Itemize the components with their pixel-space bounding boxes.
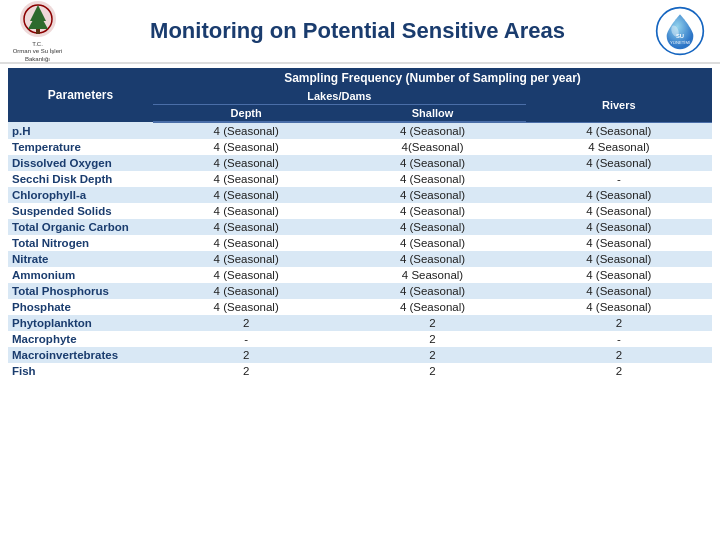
svg-rect-4: [36, 29, 40, 34]
depth-cell: 4 (Seasonal): [153, 139, 339, 155]
rivers-cell: 4 (Seasonal): [526, 283, 712, 299]
shallow-cell: 4 (Seasonal): [339, 235, 525, 251]
shallow-cell: 4 (Seasonal): [339, 155, 525, 171]
param-cell: Chlorophyll-a: [8, 187, 153, 203]
rivers-header: Rivers: [526, 88, 712, 122]
table-row: Secchi Disk Depth4 (Seasonal)4 (Seasonal…: [8, 171, 712, 187]
rivers-cell: 2: [526, 363, 712, 379]
shallow-cell: 4 (Seasonal): [339, 122, 525, 139]
depth-cell: 2: [153, 347, 339, 363]
table-row: Nitrate4 (Seasonal)4 (Seasonal)4 (Season…: [8, 251, 712, 267]
left-logo: T.C. Orman ve Su İşleri Bakanlığı: [10, 6, 65, 56]
rivers-cell: 4 (Seasonal): [526, 235, 712, 251]
rivers-cell: 2: [526, 347, 712, 363]
depth-cell: 4 (Seasonal): [153, 251, 339, 267]
shallow-cell: 2: [339, 347, 525, 363]
table-row: Macroinvertebrates222: [8, 347, 712, 363]
rivers-cell: 4 Seasonal): [526, 139, 712, 155]
sampling-frequency-header: Sampling Frequency (Number of Sampling p…: [153, 68, 712, 88]
depth-cell: 2: [153, 363, 339, 379]
table-row: Macrophyte-2-: [8, 331, 712, 347]
depth-cell: 4 (Seasonal): [153, 299, 339, 315]
depth-cell: -: [153, 331, 339, 347]
table-row: p.H4 (Seasonal)4 (Seasonal)4 (Seasonal): [8, 122, 712, 139]
rivers-cell: -: [526, 331, 712, 347]
table-row: Total Phosphorus4 (Seasonal)4 (Seasonal)…: [8, 283, 712, 299]
table-row: Phosphate4 (Seasonal)4 (Seasonal)4 (Seas…: [8, 299, 712, 315]
param-cell: Total Organic Carbon: [8, 219, 153, 235]
svg-text:SU: SU: [676, 33, 684, 39]
rivers-cell: 4 (Seasonal): [526, 219, 712, 235]
param-cell: Dissolved Oxygen: [8, 155, 153, 171]
rivers-cell: 4 (Seasonal): [526, 299, 712, 315]
shallow-cell: 4(Seasonal): [339, 139, 525, 155]
parameters-header: Parameters: [8, 68, 153, 122]
shallow-cell: 4 (Seasonal): [339, 299, 525, 315]
table-body: p.H4 (Seasonal)4 (Seasonal)4 (Seasonal)T…: [8, 122, 712, 379]
shallow-cell: 4 (Seasonal): [339, 203, 525, 219]
right-logo: SU YÖNETİMİ: [650, 6, 710, 56]
param-cell: Secchi Disk Depth: [8, 171, 153, 187]
param-cell: Temperature: [8, 139, 153, 155]
shallow-cell: 4 (Seasonal): [339, 283, 525, 299]
param-cell: Macroinvertebrates: [8, 347, 153, 363]
param-cell: Ammonium: [8, 267, 153, 283]
depth-cell: 4 (Seasonal): [153, 122, 339, 139]
depth-cell: 4 (Seasonal): [153, 235, 339, 251]
depth-cell: 4 (Seasonal): [153, 203, 339, 219]
shallow-cell: 2: [339, 331, 525, 347]
depth-cell: 4 (Seasonal): [153, 267, 339, 283]
param-cell: Macrophyte: [8, 331, 153, 347]
param-cell: Total Nitrogen: [8, 235, 153, 251]
depth-cell: 4 (Seasonal): [153, 155, 339, 171]
shallow-cell: 4 (Seasonal): [339, 251, 525, 267]
rivers-cell: -: [526, 171, 712, 187]
table-row: Total Nitrogen4 (Seasonal)4 (Seasonal)4 …: [8, 235, 712, 251]
depth-cell: 4 (Seasonal): [153, 283, 339, 299]
table-row: Phytoplankton222: [8, 315, 712, 331]
depth-cell: 2: [153, 315, 339, 331]
rivers-cell: 2: [526, 315, 712, 331]
depth-cell: 4 (Seasonal): [153, 171, 339, 187]
svg-text:YÖNETİMİ: YÖNETİMİ: [670, 40, 690, 45]
param-cell: p.H: [8, 122, 153, 139]
shallow-cell: 2: [339, 315, 525, 331]
rivers-cell: 4 (Seasonal): [526, 251, 712, 267]
param-cell: Nitrate: [8, 251, 153, 267]
depth-cell: 4 (Seasonal): [153, 187, 339, 203]
shallow-cell: 4 (Seasonal): [339, 219, 525, 235]
table-row: Chlorophyll-a4 (Seasonal)4 (Seasonal)4 (…: [8, 187, 712, 203]
shallow-cell: 2: [339, 363, 525, 379]
depth-cell: 4 (Seasonal): [153, 219, 339, 235]
rivers-cell: 4 (Seasonal): [526, 155, 712, 171]
param-cell: Total Phosphorus: [8, 283, 153, 299]
table-row: Dissolved Oxygen4 (Seasonal)4 (Seasonal)…: [8, 155, 712, 171]
depth-header: Depth: [153, 105, 339, 123]
page-title: Monitoring on Potential Sensitive Areas: [65, 18, 650, 44]
page-header: T.C. Orman ve Su İşleri Bakanlığı Monito…: [0, 0, 720, 64]
shallow-cell: 4 (Seasonal): [339, 171, 525, 187]
lakes-dams-header: Lakes/Dams: [153, 88, 526, 105]
table-row: Suspended Solids4 (Seasonal)4 (Seasonal)…: [8, 203, 712, 219]
rivers-cell: 4 (Seasonal): [526, 187, 712, 203]
table-row: Fish222: [8, 363, 712, 379]
rivers-cell: 4 (Seasonal): [526, 267, 712, 283]
table-header-row-1: Parameters Sampling Frequency (Number of…: [8, 68, 712, 88]
param-cell: Fish: [8, 363, 153, 379]
left-logo-text: T.C. Orman ve Su İşleri Bakanlığı: [13, 41, 63, 63]
data-table-container: Parameters Sampling Frequency (Number of…: [0, 64, 720, 383]
param-cell: Phosphate: [8, 299, 153, 315]
monitoring-table: Parameters Sampling Frequency (Number of…: [8, 68, 712, 379]
rivers-cell: 4 (Seasonal): [526, 122, 712, 139]
param-cell: Suspended Solids: [8, 203, 153, 219]
table-row: Temperature4 (Seasonal)4(Seasonal)4 Seas…: [8, 139, 712, 155]
param-cell: Phytoplankton: [8, 315, 153, 331]
table-row: Total Organic Carbon4 (Seasonal)4 (Seaso…: [8, 219, 712, 235]
shallow-header: Shallow: [339, 105, 525, 123]
shallow-cell: 4 (Seasonal): [339, 187, 525, 203]
shallow-cell: 4 Seasonal): [339, 267, 525, 283]
table-row: Ammonium4 (Seasonal)4 Seasonal)4 (Season…: [8, 267, 712, 283]
rivers-cell: 4 (Seasonal): [526, 203, 712, 219]
